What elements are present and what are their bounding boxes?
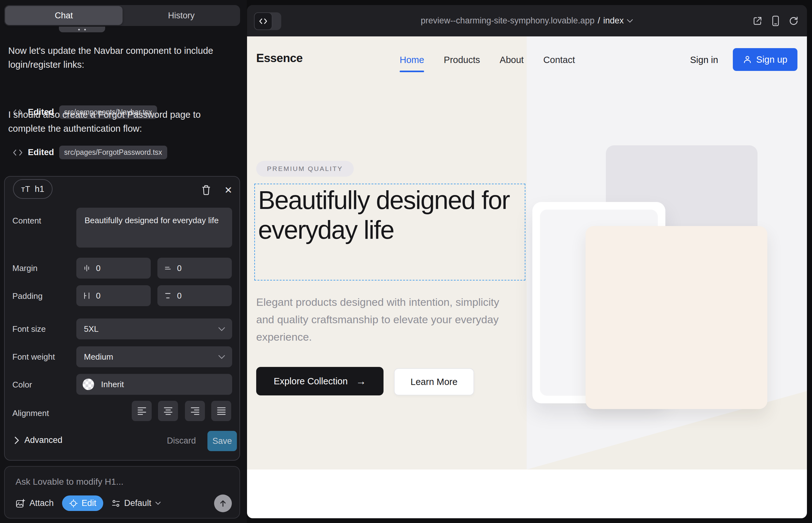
- hero-headline[interactable]: Beautifully designed for everyday life: [258, 185, 518, 245]
- padding-x-input[interactable]: 0: [76, 285, 151, 306]
- open-in-new-tab-icon[interactable]: [753, 16, 763, 26]
- image-plus-icon: [16, 499, 25, 508]
- advanced-toggle[interactable]: Advanced: [14, 435, 63, 445]
- color-label: Color: [12, 380, 32, 390]
- nav-link-about[interactable]: About: [500, 55, 524, 65]
- file-chip[interactable]: src/pages/ForgotPassword.tsx: [59, 146, 167, 159]
- attach-button[interactable]: Attach: [16, 498, 54, 508]
- learn-more-button[interactable]: Learn More: [394, 368, 474, 395]
- site-preview: Essence Home Products About Contact Sign…: [247, 36, 807, 518]
- content-input[interactable]: Beautifully designed for everyday life: [76, 208, 232, 248]
- user-icon: [743, 55, 752, 64]
- lovable-sidebar: Chat History Now let's update the Navbar…: [0, 0, 247, 523]
- hero-paragraph: Elegant products designed with intention…: [256, 293, 510, 346]
- margin-label: Margin: [12, 264, 37, 273]
- font-size-label: Font size: [12, 324, 46, 334]
- chevron-down-icon: [627, 19, 633, 23]
- margin-x-input[interactable]: 0: [76, 258, 151, 278]
- tab-chat[interactable]: Chat: [5, 6, 123, 25]
- padding-y-input[interactable]: 0: [157, 285, 232, 306]
- code-icon: [13, 149, 23, 156]
- align-left-button[interactable]: [132, 401, 152, 421]
- url-page: index: [603, 16, 624, 26]
- delete-element-button[interactable]: [199, 183, 213, 197]
- align-justify-button[interactable]: [211, 401, 231, 421]
- close-icon[interactable]: ✕: [222, 183, 235, 197]
- sliders-icon: [111, 499, 120, 507]
- mobile-view-icon[interactable]: [772, 16, 780, 26]
- edited-label: Edited: [28, 147, 54, 157]
- align-center-button[interactable]: [158, 401, 178, 421]
- arrow-up-icon: [219, 499, 227, 507]
- url-host: preview--charming-site-symphony.lovable.…: [421, 16, 595, 26]
- explore-collection-button[interactable]: Explore Collection →: [256, 367, 384, 395]
- alignment-label: Alignment: [12, 409, 49, 418]
- url-separator: /: [598, 16, 600, 26]
- preview-browser-pane: preview--charming-site-symphony.lovable.…: [247, 5, 807, 518]
- prompt-input[interactable]: Ask Lovable to modify H1...: [16, 477, 124, 487]
- chevron-down-icon: [218, 327, 225, 331]
- font-size-select[interactable]: 5XL: [76, 319, 232, 339]
- chevron-down-icon: [155, 502, 161, 505]
- premium-quality-badge: PREMIUM QUALITY: [256, 161, 354, 177]
- save-button[interactable]: Save: [208, 431, 237, 451]
- chevron-right-icon: [14, 436, 19, 445]
- model-default-selector[interactable]: Default: [111, 498, 161, 508]
- edited-file-row[interactable]: Edited src/pages/ForgotPassword.tsx: [13, 146, 167, 159]
- padding-vertical-icon: [164, 292, 172, 300]
- chat-history-tabbar: Chat History: [4, 5, 240, 26]
- element-editor-panel: тT h1 ✕ Content Beautifully designed for…: [4, 176, 240, 461]
- h1-selection-outline[interactable]: Beautifully designed for everyday life: [254, 184, 525, 281]
- edit-mode-button[interactable]: Edit: [62, 495, 104, 511]
- nav-link-products[interactable]: Products: [444, 55, 480, 65]
- margin-vertical-icon: [164, 264, 172, 272]
- nav-link-contact[interactable]: Contact: [544, 55, 575, 65]
- color-select[interactable]: Inherit: [76, 374, 232, 395]
- selected-element-chip[interactable]: тT h1: [13, 179, 53, 199]
- color-swatch: [83, 379, 94, 390]
- site-logo[interactable]: Essence: [256, 52, 303, 65]
- prompt-input-card[interactable]: Ask Lovable to modify H1... Attach Edit …: [4, 466, 240, 519]
- nav-link-home[interactable]: Home: [400, 55, 424, 65]
- font-weight-select[interactable]: Medium: [76, 346, 232, 367]
- margin-horizontal-icon: [83, 264, 91, 272]
- padding-horizontal-icon: [83, 292, 91, 300]
- align-right-button[interactable]: [185, 401, 205, 421]
- discard-button[interactable]: Discard: [167, 436, 196, 446]
- assistant-message: I should also create a Forgot Password p…: [8, 108, 231, 136]
- sign-up-button[interactable]: Sign up: [733, 48, 797, 71]
- font-weight-label: Font weight: [12, 352, 55, 362]
- assistant-message: Now let's update the Navbar component to…: [8, 44, 231, 72]
- refresh-icon[interactable]: [789, 16, 799, 26]
- scrolled-status-pill: [59, 26, 105, 32]
- url-bar[interactable]: preview--charming-site-symphony.lovable.…: [247, 5, 807, 36]
- arrow-right-icon: →: [356, 376, 366, 387]
- send-button[interactable]: [214, 494, 232, 512]
- element-tag: h1: [35, 184, 44, 194]
- tab-history[interactable]: History: [123, 6, 240, 25]
- content-label: Content: [12, 216, 41, 226]
- chevron-down-icon: [218, 355, 225, 359]
- site-navbar: Essence Home Products About Contact Sign…: [247, 36, 807, 87]
- decorative-card-beige: [586, 226, 767, 409]
- typography-icon: тT: [21, 184, 30, 194]
- sign-in-link[interactable]: Sign in: [690, 55, 718, 65]
- margin-y-input[interactable]: 0: [157, 258, 232, 278]
- target-icon: [69, 499, 78, 508]
- browser-topbar: preview--charming-site-symphony.lovable.…: [247, 5, 807, 36]
- padding-label: Padding: [12, 291, 42, 301]
